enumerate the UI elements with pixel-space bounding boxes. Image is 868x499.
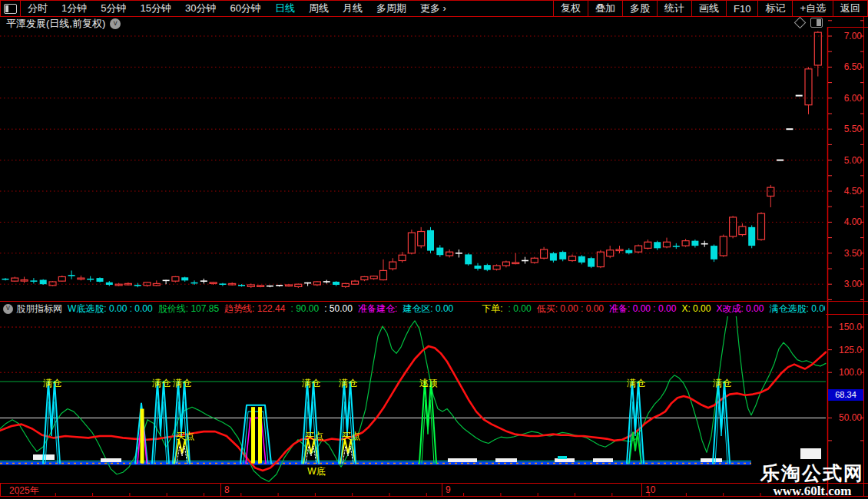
- signal-label-full: 满仓: [709, 377, 735, 390]
- signal-box: [701, 458, 722, 462]
- signal-box: [495, 458, 517, 462]
- price-axis-label: 3.00: [831, 279, 862, 289]
- price-axis-label: 3.50: [831, 248, 862, 259]
- signal-label-buy: 买点: [301, 430, 327, 443]
- menu-item-分时[interactable]: 分时: [21, 2, 55, 15]
- indicator-value-segment: W底选股: 0.00 : 0.00: [68, 302, 153, 315]
- full-signal-spike: [713, 382, 730, 464]
- watermark-site-name: 乐淘公式网: [757, 461, 868, 484]
- signal-box: [593, 458, 613, 462]
- indicator-value-segment: X改成: 0.00: [716, 302, 764, 315]
- signal-label-full: 满仓: [623, 377, 649, 390]
- menu-item-5分钟[interactable]: 5分钟: [94, 2, 133, 15]
- indicator-header: ˅ 股朋指标网W底选股: 0.00 : 0.00股价线: 107.85趋势线: …: [0, 302, 825, 315]
- menu-item-日线[interactable]: 日线: [268, 2, 302, 15]
- indicator-value-segment: 准备: 0.00 : 0.00: [609, 302, 676, 315]
- price-axis-label: 5.50: [831, 124, 862, 134]
- price-axis-label: 4.50: [831, 186, 862, 197]
- indicator-value-segment: 趋势线: 122.44: [224, 302, 285, 315]
- signal-box: [448, 458, 477, 462]
- top-menu-bar: 分时1分钟5分钟15分钟30分钟60分钟日线周线月线多周期更多 › 复权叠加多股…: [0, 0, 868, 17]
- indicator-value-segment: 满仓选股: 0.00 : 0: [769, 302, 825, 315]
- menu-item-更多 ›[interactable]: 更多 ›: [413, 2, 453, 15]
- indicator-axis-label: 100.0: [831, 367, 862, 378]
- indicator-value-segment: 下单:: [482, 302, 502, 315]
- menu-item-统计[interactable]: 统计: [657, 1, 691, 16]
- price-line: [0, 289, 826, 481]
- chevron-down-circle-icon[interactable]: ˅: [110, 18, 121, 29]
- signal-label-buy: 买点: [338, 430, 364, 443]
- menu-item-60分钟[interactable]: 60分钟: [223, 2, 267, 15]
- split-panel-icon[interactable]: [810, 18, 823, 28]
- signal-label-full: 满仓: [169, 377, 195, 390]
- signal-box: [101, 458, 121, 462]
- candles: [2, 31, 822, 289]
- indicator-value-segment: 建仓区: 0.00: [403, 302, 453, 315]
- tools-menu: 复权叠加多股统计画线F10标记+自选返回: [553, 1, 867, 16]
- indicator-value-segment: X: 0.00: [681, 303, 711, 314]
- full-signal-spike: [43, 382, 60, 464]
- date-axis-label: 10: [645, 484, 655, 495]
- date-axis-label: 9: [446, 484, 451, 495]
- period-menu: 分时1分钟5分钟15分钟30分钟60分钟日线周线月线多周期更多 ›: [21, 1, 453, 16]
- escape-signal-spike: [419, 382, 436, 464]
- signal-label-full: 满仓: [298, 377, 324, 390]
- signal-label-buy: 买点: [172, 430, 198, 443]
- indicator-values: 股朋指标网W底选股: 0.00 : 0.00股价线: 107.85趋势线: 12…: [16, 302, 825, 315]
- indicator-axis-label: 125.0: [831, 345, 862, 355]
- price-axis-label: 6.50: [831, 61, 862, 72]
- signal-label-full: 满仓: [39, 377, 65, 390]
- watermark: 乐淘公式网 www.60lt.com: [757, 461, 868, 497]
- menu-item-F10[interactable]: F10: [726, 1, 757, 16]
- last-value-marker: 68.34: [828, 389, 863, 401]
- price-axis-label: 4.00: [831, 216, 862, 227]
- watermark-site-url: www.60lt.com: [757, 484, 868, 497]
- menu-item-1分钟[interactable]: 1分钟: [55, 2, 94, 15]
- indicator-value-segment: 准备建仓:: [358, 302, 397, 315]
- indicator-value-segment: : 0.00: [509, 303, 532, 314]
- price-axis-label: 7.00: [831, 31, 862, 41]
- signal-label-escape: 逃顶: [416, 377, 442, 390]
- menu-item-标记[interactable]: 标记: [757, 1, 792, 16]
- app-window: 分时1分钟5分钟15分钟30分钟60分钟日线周线月线多周期更多 › 复权叠加多股…: [0, 0, 868, 499]
- menu-item-+自选[interactable]: +自选: [792, 1, 833, 16]
- signal-label-full: 满仓: [335, 377, 361, 390]
- trend-line: [0, 346, 826, 471]
- menu-item-叠加[interactable]: 叠加: [588, 1, 622, 16]
- chart-canvas: [0, 0, 868, 499]
- layout-panel-icon: [4, 4, 17, 14]
- title-bar: 平潭发展(日线,前复权) ˅: [0, 17, 862, 31]
- menu-item-月线[interactable]: 月线: [336, 2, 369, 15]
- signal-box: [800, 448, 821, 459]
- signal-label-wbottom: W底: [303, 465, 330, 478]
- menu-item-周线[interactable]: 周线: [302, 2, 336, 15]
- last-value-text: 68.34: [835, 390, 856, 399]
- menu-item-复权[interactable]: 复权: [553, 1, 588, 16]
- indicator-axis-label: 150.0: [831, 322, 862, 332]
- menu-item-多周期[interactable]: 多周期: [369, 2, 413, 15]
- indicator-value-segment: 股价线: 107.85: [158, 302, 219, 315]
- indicator-value-segment: : 50.00: [324, 303, 353, 314]
- date-axis-label: 2025年: [9, 484, 39, 497]
- chevron-down-circle-icon[interactable]: ˅: [3, 304, 13, 314]
- menu-item-多股[interactable]: 多股: [622, 1, 657, 16]
- indicator-value-segment: 股朋指标网: [16, 302, 62, 315]
- indicator-value-segment: : 90.00: [290, 303, 319, 314]
- full-signal-spike: [152, 382, 169, 464]
- indicator-value-segment: 低买: 0.00 : 0.00: [537, 302, 604, 315]
- menu-item-返回[interactable]: 返回: [833, 1, 867, 16]
- menu-item-画线[interactable]: 画线: [691, 1, 726, 16]
- date-axis-label: 8: [224, 484, 230, 495]
- menu-item-30分钟[interactable]: 30分钟: [178, 2, 223, 15]
- diamond-icon[interactable]: [794, 17, 807, 29]
- indicator-axis-label: 50.00: [831, 412, 862, 423]
- layout-icon-cell[interactable]: [1, 1, 21, 16]
- stock-title: 平潭发展(日线,前复权): [6, 17, 105, 31]
- menu-item-15分钟[interactable]: 15分钟: [133, 2, 177, 15]
- price-axis-label: 5.00: [831, 155, 862, 166]
- indicator-panel: [0, 289, 826, 481]
- price-axis-label: 6.00: [831, 93, 862, 104]
